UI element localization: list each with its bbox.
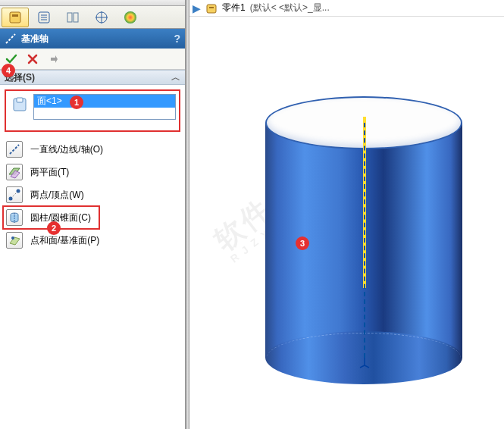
axis-centerline: [364, 123, 365, 358]
action-row: 4: [0, 49, 185, 70]
axis-type-label: 点和面/基准面(P): [30, 234, 99, 247]
axis-type-label: 两点/顶点(W): [30, 189, 84, 202]
marker-3: 3: [296, 236, 309, 250]
breadcrumb-expand-icon[interactable]: ▶: [193, 2, 201, 14]
feature-title-bar: 基准轴 ?: [0, 29, 185, 49]
tab-dimxpert[interactable]: [88, 8, 115, 27]
tab-configuration-manager[interactable]: [59, 8, 86, 27]
axis-type-label: 两平面(T): [30, 166, 69, 179]
axis-type-label: 圆柱/圆锥面(C): [30, 211, 91, 224]
3d-viewport[interactable]: 软件自学网RJZXW.COM 3: [189, 17, 504, 429]
svg-point-17: [9, 197, 13, 201]
svg-line-15: [10, 145, 19, 154]
points-icon: [6, 186, 23, 203]
axis-type-cylinder[interactable]: 圆柱/圆锥面(C) 2: [0, 206, 185, 229]
axis-type-two-points[interactable]: 两点/顶点(W): [0, 183, 185, 206]
line-icon: [6, 141, 23, 158]
tab-feature-manager[interactable]: [2, 8, 29, 27]
chevron-up-icon[interactable]: ︿: [171, 71, 180, 84]
axis-type-list: 一直线/边线/轴(O) 两平面(T) 两点/顶点(W) 圆柱/圆锥面(C): [0, 136, 185, 258]
pin-button[interactable]: [44, 50, 64, 68]
axis-type-two-planes[interactable]: 两平面(T): [0, 161, 185, 183]
marker-2: 2: [47, 221, 61, 235]
point-face-icon: [6, 232, 23, 249]
tab-property-manager[interactable]: [30, 8, 58, 27]
cylinder-icon: [6, 209, 23, 226]
part-icon: [205, 2, 218, 14]
axis-type-label: 一直线/边线/轴(O): [30, 143, 103, 156]
section-selection-header[interactable]: 选择(S) ︿: [0, 70, 185, 85]
breadcrumb-item[interactable]: 零件1: [222, 2, 246, 14]
marker-1: 1: [70, 96, 83, 109]
svg-rect-22: [207, 5, 216, 13]
svg-rect-1: [12, 14, 18, 17]
feature-title: 基准轴: [21, 33, 49, 45]
axis-icon: [5, 33, 17, 45]
svg-point-11: [124, 11, 136, 23]
svg-line-26: [365, 365, 369, 368]
marker-4: 4: [2, 64, 15, 77]
help-icon[interactable]: ?: [174, 33, 180, 45]
cancel-button[interactable]: [23, 50, 42, 68]
svg-point-18: [17, 189, 20, 193]
svg-point-21: [11, 236, 14, 240]
planes-icon: [6, 164, 23, 180]
breadcrumb-bar: ▶ 零件1 (默认< <默认>_显...: [189, 0, 504, 17]
selection-list[interactable]: 面<1>: [33, 94, 176, 120]
svg-line-12: [6, 34, 15, 43]
svg-rect-14: [17, 98, 23, 102]
selection-item-label: 面<1>: [37, 95, 62, 108]
selection-item[interactable]: 面<1>: [34, 95, 175, 108]
selection-box: 面<1> 1: [5, 89, 180, 132]
axis-type-point-face[interactable]: 点和面/基准面(P): [0, 229, 185, 252]
selection-filter-icon[interactable]: [9, 94, 30, 114]
svg-rect-6: [67, 13, 72, 22]
panel-tab-strip: [0, 6, 185, 29]
axis-type-line[interactable]: 一直线/边线/轴(O): [0, 138, 185, 161]
tab-display-manager[interactable]: [117, 8, 144, 27]
svg-rect-7: [74, 13, 78, 22]
svg-rect-0: [10, 12, 20, 23]
breadcrumb-suffix: (默认< <默认>_显...: [250, 2, 330, 14]
origin-icon: [358, 356, 371, 368]
svg-line-25: [360, 365, 365, 368]
svg-rect-23: [209, 7, 214, 8]
